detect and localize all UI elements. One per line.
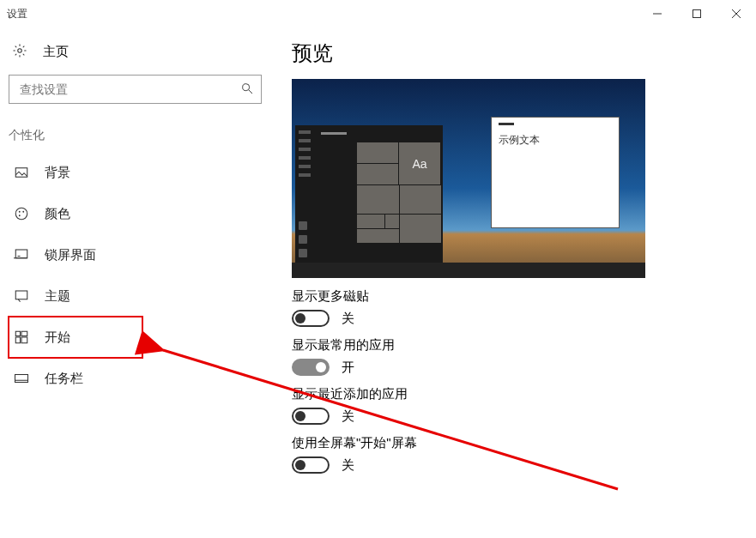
search-box[interactable] [9, 75, 262, 104]
search-input[interactable] [18, 82, 240, 97]
svg-rect-16 [15, 331, 20, 335]
svg-rect-19 [21, 337, 27, 343]
setting-recent-apps: 显示最近添加的应用 关 [292, 386, 739, 425]
nav-start[interactable]: 开始 [9, 317, 142, 358]
start-icon [14, 329, 29, 345]
preview-start-panel: Aa [295, 125, 443, 263]
toggle-state: 关 [342, 457, 354, 474]
nav-label: 背景 [45, 165, 70, 181]
svg-point-5 [243, 83, 250, 90]
svg-rect-12 [15, 250, 27, 258]
setting-most-used: 显示最常用的应用 开 [292, 337, 739, 376]
setting-fullscreen-start: 使用全屏幕"开始"屏幕 关 [292, 435, 739, 474]
close-button[interactable] [717, 0, 756, 27]
svg-line-6 [249, 90, 252, 94]
nav-taskbar[interactable]: 任务栏 [9, 358, 266, 399]
preview-sample-text: 示例文本 [499, 133, 540, 148]
sidebar: 主页 个性化 背景 [0, 27, 275, 538]
maximize-button[interactable] [677, 0, 717, 27]
svg-rect-18 [15, 337, 20, 343]
svg-point-8 [15, 208, 27, 220]
picture-icon [14, 165, 29, 180]
svg-rect-7 [15, 168, 27, 178]
section-label: 个性化 [0, 116, 275, 152]
nav-label: 任务栏 [45, 371, 83, 387]
nav-colors[interactable]: 颜色 [9, 193, 266, 234]
setting-more-tiles: 显示更多磁贴 关 [292, 288, 739, 327]
svg-rect-15 [15, 291, 27, 299]
preview-sample-window: 示例文本 [491, 117, 620, 228]
nav-label: 颜色 [45, 206, 70, 222]
svg-point-10 [22, 211, 24, 213]
setting-label: 使用全屏幕"开始"屏幕 [292, 435, 739, 451]
toggle-fullscreen-start[interactable] [292, 456, 330, 474]
nav-label: 锁屏界面 [45, 247, 96, 263]
nav-lockscreen[interactable]: 锁屏界面 [9, 234, 266, 275]
window-controls [638, 0, 756, 27]
home-label: 主页 [43, 44, 69, 60]
svg-rect-20 [15, 375, 28, 383]
minimize-button[interactable] [638, 0, 677, 27]
svg-point-4 [18, 49, 22, 53]
toggle-recent-apps[interactable] [292, 408, 330, 425]
main-pane: 预览 Aa [275, 27, 756, 538]
svg-point-11 [19, 215, 21, 216]
palette-icon [14, 206, 29, 221]
nav-label: 主题 [45, 288, 70, 305]
toggle-most-used[interactable] [292, 359, 330, 376]
svg-point-9 [19, 211, 21, 213]
start-preview: Aa 示例文本 [292, 79, 645, 278]
page-title: 预览 [292, 39, 739, 67]
setting-label: 显示最近添加的应用 [292, 386, 739, 402]
svg-rect-1 [693, 10, 701, 18]
toggle-state: 关 [342, 311, 354, 327]
toggle-state: 开 [342, 360, 354, 376]
nav-background[interactable]: 背景 [9, 152, 266, 193]
window-title: 设置 [7, 7, 27, 21]
lockscreen-icon [14, 247, 29, 263]
toggle-more-tiles[interactable] [292, 310, 330, 327]
svg-rect-17 [21, 331, 27, 335]
titlebar: 设置 [0, 0, 756, 27]
toggle-state: 关 [342, 408, 354, 425]
nav-themes[interactable]: 主题 [9, 275, 266, 317]
brush-icon [14, 288, 29, 304]
nav-label: 开始 [45, 329, 70, 346]
home-link[interactable]: 主页 [0, 36, 275, 68]
setting-label: 显示最常用的应用 [292, 337, 739, 354]
preview-tile-aa: Aa [399, 142, 440, 184]
search-icon [240, 82, 254, 98]
gear-icon [12, 43, 27, 61]
taskbar-icon [14, 371, 29, 386]
setting-label: 显示更多磁贴 [292, 288, 739, 305]
